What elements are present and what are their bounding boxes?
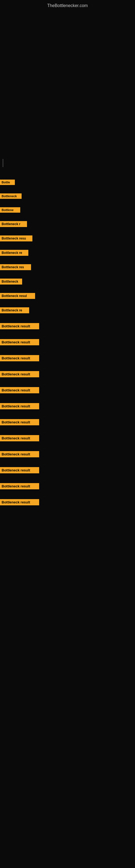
result-row-3: Bottlene	[0, 207, 135, 213]
result-row-1: Bottle	[0, 179, 135, 186]
gap	[0, 244, 135, 248]
result-label-5: Bottleneck resu	[0, 236, 32, 241]
result-label-13: Bottleneck result	[0, 355, 39, 361]
result-label-10: Bottleneck re	[0, 307, 29, 313]
result-label-17: Bottleneck result	[0, 419, 39, 425]
chart-area	[0, 10, 135, 151]
result-row-20: Bottleneck result	[0, 467, 135, 474]
result-label-12: Bottleneck result	[0, 339, 39, 345]
result-row-19: Bottleneck result	[0, 451, 135, 458]
result-label-1: Bottle	[0, 180, 15, 185]
gap	[0, 411, 135, 417]
site-header: TheBottlenecker.com	[0, 0, 135, 10]
result-row-4: Bottleneck r	[0, 220, 135, 227]
result-row-15: Bottleneck result	[0, 386, 135, 394]
result-label-15: Bottleneck result	[0, 387, 39, 393]
result-row-9: Bottleneck resul	[0, 292, 135, 300]
result-row-5: Bottleneck resu	[0, 235, 135, 242]
result-row-8: Bottleneck	[0, 278, 135, 285]
result-row-12: Bottleneck result	[0, 339, 135, 346]
result-row-11: Bottleneck result	[0, 322, 135, 330]
result-row-21: Bottleneck result	[0, 483, 135, 490]
gap	[0, 428, 135, 433]
result-label-18: Bottleneck result	[0, 435, 39, 441]
result-label-8: Bottleneck	[0, 279, 22, 284]
gap	[0, 396, 135, 401]
gap	[0, 287, 135, 291]
gap	[0, 347, 135, 353]
result-row-17: Bottleneck result	[0, 418, 135, 426]
gap	[0, 332, 135, 337]
gap	[0, 443, 135, 449]
result-row-10: Bottleneck re	[0, 307, 135, 314]
result-label-21: Bottleneck result	[0, 483, 39, 489]
gap	[0, 301, 135, 305]
gap	[0, 229, 135, 233]
gap	[0, 364, 135, 369]
site-title: TheBottlenecker.com	[0, 0, 135, 10]
gap	[0, 460, 135, 465]
result-row-6: Bottleneck re	[0, 249, 135, 256]
result-row-16: Bottleneck result	[0, 403, 135, 410]
result-label-22: Bottleneck result	[0, 499, 39, 505]
result-row-14: Bottleneck result	[0, 371, 135, 378]
result-row-22: Bottleneck result	[0, 499, 135, 506]
gap	[0, 215, 135, 219]
result-label-16: Bottleneck result	[0, 403, 39, 409]
result-row-18: Bottleneck result	[0, 435, 135, 442]
gap	[0, 475, 135, 481]
divider-line	[3, 159, 3, 167]
gap	[0, 201, 135, 205]
result-label-6: Bottleneck re	[0, 250, 28, 256]
gap	[0, 272, 135, 276]
result-label-4: Bottleneck r	[0, 221, 27, 227]
result-label-9: Bottleneck resul	[0, 293, 35, 299]
result-label-11: Bottleneck result	[0, 323, 39, 329]
gap	[0, 258, 135, 262]
result-label-2: Bottleneck	[0, 193, 21, 199]
result-row-13: Bottleneck result	[0, 354, 135, 362]
result-label-3: Bottlene	[0, 207, 20, 213]
result-label-19: Bottleneck result	[0, 451, 39, 457]
gap	[0, 379, 135, 385]
gap	[0, 492, 135, 497]
form-area	[0, 151, 135, 175]
gap	[0, 315, 135, 321]
result-label-20: Bottleneck result	[0, 467, 39, 473]
result-row-2: Bottleneck	[0, 193, 135, 199]
gap	[0, 187, 135, 191]
result-row-7: Bottleneck res	[0, 264, 135, 271]
result-label-14: Bottleneck result	[0, 371, 39, 377]
result-label-7: Bottleneck res	[0, 264, 31, 270]
results-section: Bottle Bottleneck Bottlene Bottleneck r …	[0, 175, 135, 510]
